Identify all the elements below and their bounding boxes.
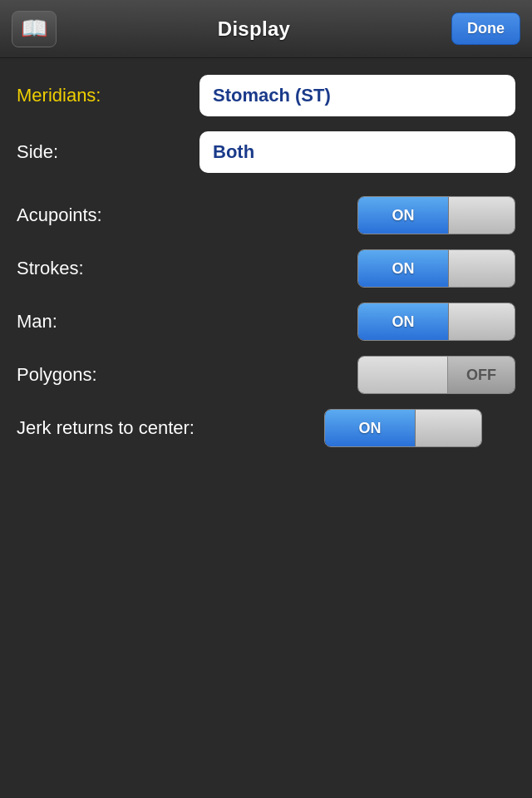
meridians-row: Meridians: Stomach (ST)	[17, 75, 515, 116]
man-off-handle	[448, 303, 515, 340]
meridians-dropdown[interactable]: Stomach (ST)	[200, 75, 515, 116]
book-button[interactable]: 📖	[12, 11, 57, 47]
jerk-on-label: ON	[325, 410, 415, 446]
done-button[interactable]: Done	[451, 12, 520, 45]
acupoints-on-label: ON	[358, 197, 448, 234]
strokes-row: Strokes: ON	[17, 249, 515, 288]
acupoints-toggle[interactable]: ON	[357, 196, 515, 234]
man-row: Man: ON	[17, 303, 515, 341]
book-icon: 📖	[21, 16, 47, 42]
strokes-on-label: ON	[358, 250, 448, 287]
polygons-on-handle	[358, 357, 448, 393]
acupoints-off-handle	[448, 197, 515, 234]
side-dropdown[interactable]: Both	[200, 131, 515, 173]
jerk-toggle[interactable]: ON	[324, 409, 482, 447]
settings-content: Meridians: Stomach (ST) Side: Both Acupo…	[0, 58, 532, 447]
header: 📖 Display Done	[0, 0, 532, 58]
jerk-off-handle	[415, 410, 481, 446]
strokes-label: Strokes:	[17, 258, 200, 279]
acupoints-row: Acupoints: ON	[17, 196, 515, 234]
acupoints-label: Acupoints:	[17, 204, 200, 226]
page-title: Display	[218, 17, 290, 41]
strokes-toggle[interactable]: ON	[357, 249, 515, 288]
polygons-toggle[interactable]: OFF	[357, 356, 515, 394]
polygons-row: Polygons: OFF	[17, 356, 515, 394]
meridians-label: Meridians:	[17, 85, 200, 106]
strokes-off-handle	[448, 250, 515, 287]
side-row: Side: Both	[17, 131, 515, 173]
man-toggle[interactable]: ON	[357, 303, 515, 341]
man-on-label: ON	[358, 303, 448, 340]
man-label: Man:	[17, 311, 200, 332]
polygons-off-label: OFF	[448, 357, 515, 393]
side-label: Side:	[17, 141, 200, 163]
jerk-row: Jerk returns to center: ON	[17, 409, 515, 447]
jerk-label: Jerk returns to center:	[17, 417, 324, 439]
polygons-label: Polygons:	[17, 364, 200, 386]
